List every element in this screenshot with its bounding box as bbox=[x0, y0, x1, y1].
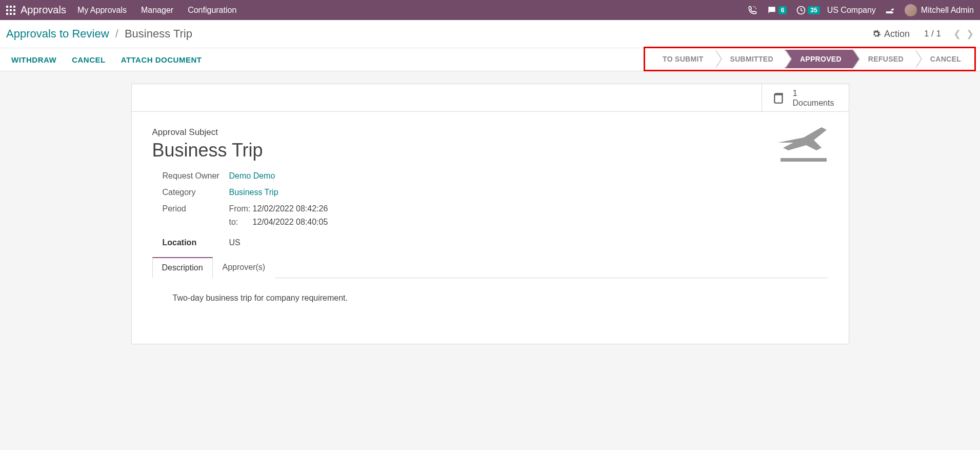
period-from-value: 12/02/2022 08:42:26 bbox=[253, 204, 328, 213]
status-cancel[interactable]: CANCEL bbox=[915, 50, 972, 68]
svg-rect-3 bbox=[6, 9, 8, 11]
clock-icon[interactable]: 35 bbox=[796, 5, 819, 15]
svg-rect-8 bbox=[13, 13, 15, 15]
svg-rect-5 bbox=[13, 9, 15, 11]
user-name: Mitchell Admin bbox=[921, 6, 974, 15]
nav-configuration[interactable]: Configuration bbox=[188, 6, 236, 15]
app-brand[interactable]: Approvals bbox=[21, 4, 66, 16]
owner-link[interactable]: Demo Demo bbox=[229, 171, 275, 180]
owner-label: Request Owner bbox=[163, 171, 229, 181]
subheader: Approvals to Review / Business Trip Acti… bbox=[0, 20, 980, 48]
location-value: US bbox=[229, 238, 241, 247]
pager[interactable]: 1 / 1 bbox=[924, 29, 941, 39]
card-top-strip: 1 Documents bbox=[132, 84, 849, 112]
apps-icon[interactable] bbox=[6, 6, 15, 15]
category-link[interactable]: Business Trip bbox=[229, 188, 278, 197]
status-refused[interactable]: REFUSED bbox=[853, 50, 915, 68]
withdraw-button[interactable]: WITHDRAW bbox=[11, 55, 56, 64]
pager-next-icon[interactable]: ❯ bbox=[966, 28, 974, 40]
form-card: 1 Documents Approval Subject Business Tr… bbox=[131, 84, 849, 344]
svg-rect-6 bbox=[6, 13, 8, 15]
clock-badge: 35 bbox=[808, 6, 819, 14]
svg-rect-0 bbox=[6, 6, 8, 8]
breadcrumb-current: Business Trip bbox=[125, 27, 192, 40]
subject-label: Approval Subject bbox=[152, 127, 828, 138]
status-approved[interactable]: APPROVED bbox=[785, 50, 853, 68]
status-to-submit[interactable]: TO SUBMIT bbox=[647, 50, 714, 68]
cancel-button[interactable]: CANCEL bbox=[72, 55, 106, 64]
tools-icon[interactable] bbox=[885, 5, 895, 15]
documents-label: Documents bbox=[793, 99, 834, 108]
svg-rect-7 bbox=[10, 13, 12, 15]
svg-rect-1 bbox=[10, 6, 12, 8]
location-label: Location bbox=[163, 238, 229, 247]
tabs: Description Approver(s) bbox=[152, 257, 828, 278]
tab-approvers[interactable]: Approver(s) bbox=[213, 257, 275, 278]
subject-value: Business Trip bbox=[152, 140, 828, 161]
pager-prev-icon[interactable]: ❮ bbox=[953, 28, 961, 40]
action-menu[interactable]: Action bbox=[872, 29, 910, 40]
category-label: Category bbox=[163, 188, 229, 197]
company-selector[interactable]: US Company bbox=[827, 6, 876, 15]
airplane-icon bbox=[773, 122, 829, 165]
breadcrumb-link[interactable]: Approvals to Review bbox=[6, 27, 109, 40]
phone-icon[interactable] bbox=[747, 5, 757, 15]
breadcrumb: Approvals to Review / Business Trip bbox=[6, 27, 192, 41]
description-content: Two-day business trip for company requir… bbox=[152, 278, 828, 328]
tab-description[interactable]: Description bbox=[152, 257, 213, 278]
avatar bbox=[905, 4, 917, 16]
attach-document-button[interactable]: ATTACH DOCUMENT bbox=[121, 55, 202, 64]
period-to-value: 12/04/2022 08:40:05 bbox=[253, 218, 328, 227]
svg-rect-2 bbox=[13, 6, 15, 8]
action-row: WITHDRAW CANCEL ATTACH DOCUMENT TO SUBMI… bbox=[0, 48, 980, 71]
breadcrumb-sep: / bbox=[115, 27, 118, 40]
status-submitted[interactable]: SUBMITTED bbox=[715, 50, 785, 68]
documents-stat-button[interactable]: 1 Documents bbox=[762, 84, 849, 111]
period-to-label: to: bbox=[229, 218, 253, 227]
nav-my-approvals[interactable]: My Approvals bbox=[77, 6, 127, 15]
status-bar-highlight: TO SUBMIT SUBMITTED APPROVED REFUSED CAN… bbox=[644, 47, 976, 71]
nav-manager[interactable]: Manager bbox=[141, 6, 173, 15]
chat-badge: 6 bbox=[778, 6, 787, 14]
svg-rect-10 bbox=[781, 158, 827, 162]
card-body: Approval Subject Business Trip Request O… bbox=[132, 112, 849, 344]
user-menu[interactable]: Mitchell Admin bbox=[905, 4, 974, 16]
period-label: Period bbox=[163, 204, 229, 213]
svg-rect-4 bbox=[10, 9, 12, 11]
top-navbar: Approvals My Approvals Manager Configura… bbox=[0, 0, 980, 20]
documents-count: 1 bbox=[793, 88, 834, 99]
chat-icon[interactable]: 6 bbox=[767, 5, 787, 15]
period-from-label: From: bbox=[229, 204, 253, 213]
